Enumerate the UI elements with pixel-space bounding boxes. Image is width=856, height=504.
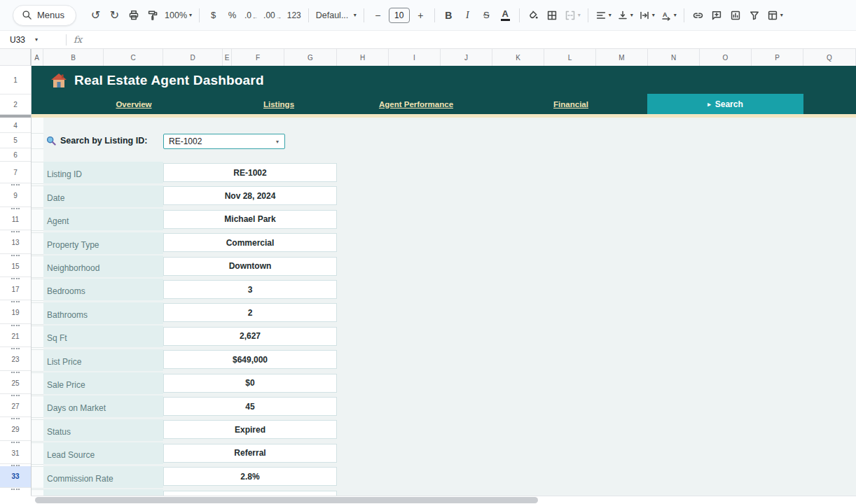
text-color-button[interactable]: A: [496, 6, 515, 25]
insert-link-button[interactable]: [689, 6, 707, 25]
column-header-H[interactable]: H: [337, 49, 389, 66]
row-header-19[interactable]: 19: [0, 302, 31, 324]
column-header-Q[interactable]: Q: [803, 49, 856, 66]
row-header-13[interactable]: 13: [0, 232, 31, 254]
increase-font-size-button[interactable]: +: [411, 6, 430, 25]
create-filter-button[interactable]: [745, 6, 764, 25]
fill-color-button[interactable]: [524, 6, 543, 25]
insert-chart-button[interactable]: [726, 6, 745, 25]
nav-link-listings[interactable]: Listings: [263, 94, 294, 113]
row-header-29[interactable]: 29: [0, 419, 31, 441]
row-header-27[interactable]: 27: [0, 396, 31, 417]
more-formats-button[interactable]: 123: [284, 6, 304, 25]
field-value-list-price[interactable]: $649,000: [163, 350, 337, 369]
format-currency-button[interactable]: $: [204, 6, 223, 25]
select-all-corner[interactable]: [0, 49, 31, 66]
tab-search[interactable]: ▸Search: [647, 94, 803, 114]
text-wrap-button[interactable]: ▾: [636, 6, 658, 25]
row-header-33[interactable]: 33: [0, 466, 31, 488]
row-header-23[interactable]: 23: [0, 349, 31, 371]
row-header-15[interactable]: 15: [0, 255, 31, 277]
row-header-6[interactable]: 6: [0, 148, 31, 162]
formula-input[interactable]: [82, 31, 856, 48]
column-header-E[interactable]: E: [223, 49, 232, 66]
font-selector[interactable]: Defaul... ▾: [313, 6, 359, 25]
field-label-bathrooms[interactable]: Bathrooms: [43, 302, 163, 324]
table-views-button[interactable]: ▾: [764, 6, 786, 25]
merge-cells-button[interactable]: ▾: [562, 6, 584, 25]
field-label-listing-id[interactable]: Listing ID: [43, 162, 163, 183]
undo-button[interactable]: ↺: [86, 6, 105, 25]
column-header-F[interactable]: F: [232, 49, 284, 66]
row-header-9[interactable]: 9: [0, 186, 31, 207]
italic-button[interactable]: I: [458, 6, 477, 25]
field-label-status[interactable]: Status: [43, 419, 163, 441]
column-header-L[interactable]: L: [544, 49, 596, 66]
field-value-sale-price[interactable]: $0: [163, 374, 337, 393]
field-value-listing-id[interactable]: RE-1002: [163, 163, 337, 182]
nav-link-financial[interactable]: Financial: [553, 94, 588, 113]
row-header-11[interactable]: 11: [0, 209, 31, 230]
field-label-property-type[interactable]: Property Type: [43, 232, 163, 254]
field-value-bedrooms[interactable]: 3: [163, 280, 337, 299]
horizontal-scrollbar-thumb[interactable]: [35, 497, 538, 503]
insert-comment-button[interactable]: [707, 6, 726, 25]
field-label-sq-ft[interactable]: Sq Ft: [43, 326, 163, 347]
row-header-21[interactable]: 21: [0, 326, 31, 347]
column-header-B[interactable]: B: [43, 49, 104, 66]
field-value-date[interactable]: Nov 28, 2024: [163, 186, 337, 205]
row-header-1[interactable]: 1: [0, 66, 31, 94]
column-header-I[interactable]: I: [389, 49, 441, 66]
font-size-input[interactable]: 10: [389, 8, 410, 23]
borders-button[interactable]: [543, 6, 562, 25]
bold-button[interactable]: B: [439, 6, 458, 25]
nav-link-overview[interactable]: Overview: [116, 94, 151, 113]
vertical-align-button[interactable]: ▾: [614, 6, 636, 25]
field-label-days-on-market[interactable]: Days on Market: [43, 396, 163, 417]
decrease-decimal-button[interactable]: .0 ←: [242, 6, 261, 25]
field-label-partial[interactable]: [43, 489, 163, 496]
redo-button[interactable]: ↻: [105, 6, 124, 25]
column-header-A[interactable]: A: [31, 49, 43, 66]
field-label-list-price[interactable]: List Price: [43, 349, 163, 371]
column-header-M[interactable]: M: [596, 49, 648, 66]
column-header-P[interactable]: P: [752, 49, 803, 66]
field-label-agent[interactable]: Agent: [43, 209, 163, 230]
nav-link-agent-performance[interactable]: Agent Performance: [379, 94, 453, 113]
field-label-lead-source[interactable]: Lead Source: [43, 442, 163, 464]
column-header-J[interactable]: J: [441, 49, 492, 66]
field-label-commission-rate[interactable]: Commission Rate: [43, 466, 163, 488]
field-value-neighborhood[interactable]: Downtown: [163, 257, 337, 276]
zoom-control[interactable]: 100% ▾: [162, 6, 195, 25]
field-label-bedrooms[interactable]: Bedrooms: [43, 279, 163, 300]
horizontal-align-button[interactable]: ▾: [593, 6, 614, 25]
field-value-property-type[interactable]: Commercial: [163, 233, 337, 252]
field-value-partial[interactable]: [163, 491, 337, 496]
text-rotation-button[interactable]: A ▾: [658, 6, 679, 25]
field-label-date[interactable]: Date: [43, 186, 163, 207]
listing-id-dropdown[interactable]: RE-1002 ▾: [163, 134, 285, 149]
field-value-agent[interactable]: Michael Park: [163, 210, 337, 229]
paint-format-button[interactable]: [143, 6, 162, 25]
row-header-4[interactable]: 4: [0, 118, 31, 133]
field-value-lead-source[interactable]: Referral: [163, 444, 337, 463]
row-header-31[interactable]: 31: [0, 442, 31, 464]
row-header-2[interactable]: 2: [0, 94, 31, 115]
field-value-commission-rate[interactable]: 2.8%: [163, 467, 337, 486]
row-header-5[interactable]: 5: [0, 133, 31, 148]
format-percent-button[interactable]: %: [223, 6, 242, 25]
column-header-C[interactable]: C: [104, 49, 163, 66]
print-button[interactable]: [124, 6, 143, 25]
column-header-G[interactable]: G: [284, 49, 337, 66]
field-value-status[interactable]: Expired: [163, 420, 337, 439]
strikethrough-button[interactable]: S: [477, 6, 496, 25]
row-header-7[interactable]: 7: [0, 162, 31, 183]
row-header-25[interactable]: 25: [0, 372, 31, 394]
field-label-sale-price[interactable]: Sale Price: [43, 372, 163, 394]
decrease-font-size-button[interactable]: −: [368, 6, 387, 25]
field-value-days-on-market[interactable]: 45: [163, 397, 337, 416]
field-value-bathrooms[interactable]: 2: [163, 303, 337, 322]
name-box[interactable]: U33 ▾: [0, 31, 64, 48]
column-header-D[interactable]: D: [163, 49, 223, 66]
field-label-neighborhood[interactable]: Neighborhood: [43, 255, 163, 277]
